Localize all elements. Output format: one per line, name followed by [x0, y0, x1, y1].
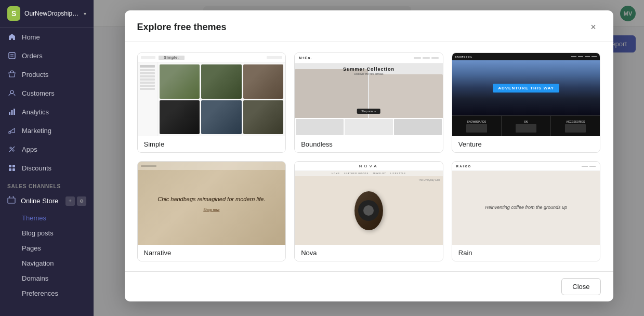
narrative-text: Chic handbags reimagined for modern life…	[157, 195, 265, 204]
sidebar-item-orders-label: Orders	[22, 52, 43, 60]
sidebar-item-home-label: Home	[22, 33, 40, 41]
sidebar-sub-themes[interactable]: Themes	[0, 210, 94, 226]
customers-icon	[7, 88, 17, 98]
theme-name-narrative: Narrative	[138, 245, 286, 261]
svg-point-9	[12, 150, 14, 151]
modal-footer: Close	[125, 271, 613, 301]
sales-channels-label: SALES CHANNELS	[0, 177, 94, 191]
online-store-settings-btn[interactable]: ⚙	[77, 196, 86, 206]
sidebar-item-marketing[interactable]: Marketing	[0, 121, 94, 140]
sidebar-item-products[interactable]: Products	[0, 65, 94, 84]
svg-rect-0	[9, 52, 15, 59]
discounts-icon	[7, 144, 17, 154]
online-store-children: Themes Blog posts Pages Navigation Domai…	[0, 210, 94, 301]
theme-name-simple: Simple	[138, 136, 286, 152]
sidebar-sub-preferences[interactable]: Preferences	[0, 286, 94, 301]
modal-close-button[interactable]: ×	[586, 20, 601, 34]
modal-header: Explore free themes ×	[125, 10, 613, 42]
online-store-add-btn[interactable]: +	[65, 196, 75, 206]
sidebar-item-analytics-label: Analytics	[22, 108, 49, 116]
theme-card-narrative[interactable]: Chic handbags reimagined for modern life…	[137, 161, 286, 261]
explore-themes-modal: Explore free themes × Simple.	[125, 10, 613, 301]
sidebar-item-orders[interactable]: Orders	[0, 46, 94, 65]
modal-overlay: Explore free themes × Simple.	[94, 0, 644, 316]
shopify-logo-icon: S	[7, 6, 20, 21]
store-dropdown-icon[interactable]: ▾	[84, 11, 86, 17]
orders-icon	[7, 51, 17, 60]
theme-card-nova[interactable]: NOVA HOME LEATHER GOODS JEWELRY LIFESTYL…	[294, 161, 443, 261]
sidebar: S OurNewDropshippin... ▾ Home Orders Pro…	[0, 0, 94, 316]
marketing-icon	[7, 126, 17, 135]
sidebar-sub-navigation[interactable]: Navigation	[0, 256, 94, 271]
sidebar-sub-blog-posts[interactable]: Blog posts	[0, 226, 94, 241]
theme-image-rain: RAIKO Reinventing coffee from the ground…	[452, 162, 600, 245]
theme-name-venture: Venture	[452, 136, 600, 152]
home-icon	[7, 32, 17, 42]
svg-point-3	[10, 90, 14, 94]
theme-image-narrative: Chic handbags reimagined for modern life…	[138, 162, 286, 245]
svg-rect-15	[8, 198, 15, 203]
sidebar-item-customers-label: Customers	[22, 89, 55, 97]
modal-title: Explore free themes	[137, 22, 227, 33]
sidebar-item-online-store[interactable]: Online Store + ⚙	[0, 191, 94, 210]
sidebar-item-marketing-label: Marketing	[22, 127, 51, 135]
apps-icon	[7, 163, 17, 173]
analytics-icon	[7, 107, 17, 116]
theme-image-nova: NOVA HOME LEATHER GOODS JEWELRY LIFESTYL…	[295, 162, 443, 245]
theme-card-rain[interactable]: RAIKO Reinventing coffee from the ground…	[452, 161, 601, 261]
theme-name-rain: Rain	[452, 245, 600, 261]
theme-card-venture[interactable]: SNOWDEVIL	[452, 52, 601, 153]
modal-body[interactable]: Simple.	[125, 42, 613, 271]
main-content: MV Free themes New report Explore free t…	[94, 0, 644, 316]
online-store-label: Online Store	[21, 197, 58, 205]
sidebar-sub-pages[interactable]: Pages	[0, 241, 94, 256]
themes-grid: Simple.	[137, 52, 601, 261]
theme-image-simple: Simple.	[138, 53, 286, 136]
sidebar-item-discounts-label: Apps	[22, 146, 37, 153]
svg-rect-13	[9, 168, 11, 171]
sidebar-sub-domains[interactable]: Domains	[0, 271, 94, 286]
svg-rect-4	[9, 112, 10, 115]
sidebar-header: S OurNewDropshippin... ▾	[0, 0, 94, 28]
theme-name-nova: Nova	[295, 245, 443, 261]
rain-text: Reinventing coffee from the grounds up	[485, 204, 567, 212]
theme-name-boundless: Boundless	[295, 136, 443, 152]
sidebar-item-home[interactable]: Home	[0, 28, 94, 46]
svg-rect-6	[14, 109, 15, 115]
theme-image-venture: SNOWDEVIL	[452, 53, 600, 136]
sidebar-item-products-label: Products	[22, 71, 48, 78]
store-name: OurNewDropshippin...	[24, 10, 80, 17]
svg-point-8	[10, 147, 11, 149]
sidebar-item-analytics[interactable]: Analytics	[0, 102, 94, 121]
theme-image-boundless: N+Co. Summer Collection	[295, 53, 443, 136]
svg-rect-14	[12, 168, 15, 171]
svg-rect-5	[11, 110, 13, 115]
sidebar-item-apps[interactable]: Discounts	[0, 159, 94, 177]
svg-rect-11	[9, 165, 11, 167]
products-icon	[7, 70, 17, 79]
sidebar-item-apps-label: Discounts	[22, 164, 51, 172]
sidebar-item-customers[interactable]: Customers	[0, 84, 94, 102]
theme-card-boundless[interactable]: N+Co. Summer Collection	[294, 52, 443, 153]
online-store-icon	[7, 196, 16, 206]
modal-close-footer-button[interactable]: Close	[561, 278, 600, 295]
sidebar-item-discounts[interactable]: Apps	[0, 140, 94, 159]
svg-rect-12	[12, 165, 15, 167]
theme-card-simple[interactable]: Simple.	[137, 52, 286, 153]
